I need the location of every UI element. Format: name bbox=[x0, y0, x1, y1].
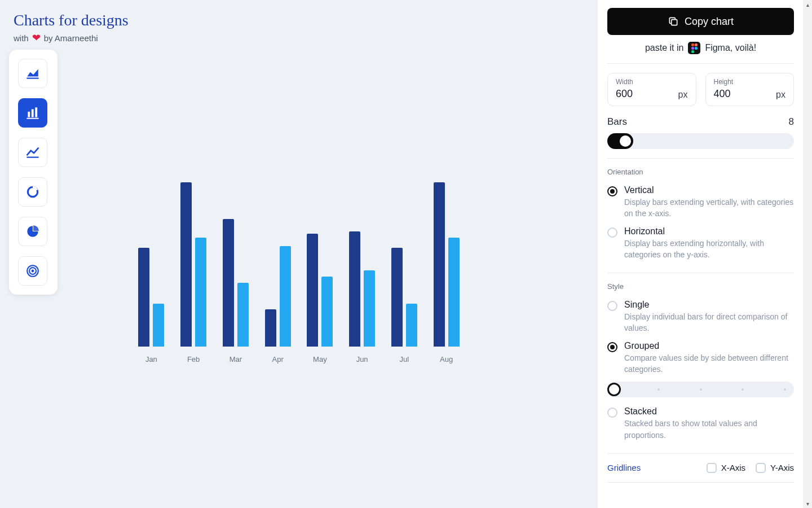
style-stacked-title: Stacked bbox=[624, 406, 794, 417]
height-input[interactable] bbox=[714, 88, 764, 100]
bar bbox=[280, 246, 291, 347]
bar bbox=[153, 304, 164, 347]
bar-group bbox=[135, 141, 167, 347]
bar-group bbox=[304, 141, 336, 347]
bar bbox=[223, 219, 234, 347]
x-axis-label: May bbox=[304, 355, 336, 364]
svg-rect-10 bbox=[672, 20, 677, 25]
page-title: Charts for designs bbox=[14, 11, 584, 29]
orientation-vertical-title: Vertical bbox=[624, 185, 794, 195]
height-field[interactable]: Height px bbox=[705, 73, 795, 106]
gridlines-x-checkbox[interactable]: X-Axis bbox=[707, 463, 745, 473]
bar-group bbox=[346, 141, 378, 347]
x-axis-label: Jul bbox=[389, 355, 421, 364]
groups-slider[interactable] bbox=[607, 382, 794, 397]
bar bbox=[237, 283, 249, 347]
svg-rect-1 bbox=[28, 112, 30, 117]
width-field[interactable]: Width px bbox=[607, 73, 696, 106]
radial-chart-type[interactable] bbox=[18, 256, 47, 286]
orientation-horizontal-radio[interactable] bbox=[607, 227, 617, 238]
bar bbox=[195, 238, 206, 347]
page-subtitle: with ❤ by Amarneethi bbox=[14, 33, 584, 43]
bar-group bbox=[389, 141, 421, 347]
copy-icon bbox=[668, 16, 679, 27]
scroll-down-icon[interactable]: ▾ bbox=[803, 499, 812, 508]
width-label: Width bbox=[616, 78, 688, 86]
orientation-vertical-radio[interactable] bbox=[607, 186, 617, 196]
style-grouped-radio[interactable] bbox=[607, 342, 617, 352]
svg-point-9 bbox=[32, 270, 34, 273]
radial-chart-icon bbox=[25, 264, 40, 278]
paste-prefix: paste it in bbox=[645, 43, 683, 53]
style-stacked-desc: Stacked bars to show total values and pr… bbox=[624, 418, 794, 441]
style-grouped-title: Grouped bbox=[624, 341, 794, 351]
bar-chart-type[interactable] bbox=[18, 98, 47, 128]
gridlines-x-label: X-Axis bbox=[721, 463, 745, 472]
bar bbox=[265, 309, 276, 347]
height-label: Height bbox=[714, 78, 786, 86]
paste-suffix: Figma, voilà! bbox=[705, 43, 756, 53]
style-stacked-radio[interactable] bbox=[607, 408, 617, 418]
orientation-vertical-desc: Display bars extending vertically, with … bbox=[624, 196, 794, 220]
x-axis-label: Jun bbox=[346, 355, 378, 364]
chart-canvas: JanFebMarAprMayJunJulAug bbox=[130, 141, 468, 367]
copy-chart-button[interactable]: Copy chart bbox=[607, 8, 794, 35]
gridlines-label: Gridlines bbox=[607, 463, 641, 472]
chart-type-rail bbox=[9, 50, 58, 295]
subtitle-prefix: with bbox=[14, 33, 29, 43]
area-chart-icon bbox=[25, 66, 40, 81]
orientation-section-label: Orientation bbox=[607, 168, 794, 176]
copy-chart-label: Copy chart bbox=[685, 16, 734, 28]
x-axis-label: Feb bbox=[178, 355, 210, 364]
bar bbox=[448, 238, 460, 347]
svg-rect-3 bbox=[35, 107, 37, 117]
window-scrollbar[interactable]: ▴ ▾ bbox=[803, 0, 812, 508]
bar-group bbox=[262, 141, 294, 347]
gridlines-y-checkbox[interactable]: Y-Axis bbox=[756, 463, 794, 473]
style-section-label: Style bbox=[607, 282, 794, 291]
width-input[interactable] bbox=[616, 88, 666, 100]
pie-chart-icon bbox=[25, 224, 40, 239]
figma-icon bbox=[688, 42, 700, 54]
bar bbox=[391, 248, 403, 347]
orientation-horizontal-desc: Display bars extending horizontally, wit… bbox=[624, 238, 794, 261]
style-single-radio[interactable] bbox=[607, 301, 617, 311]
scroll-up-icon[interactable]: ▴ bbox=[803, 0, 812, 9]
donut-chart-icon bbox=[25, 185, 40, 199]
bar-group bbox=[220, 141, 252, 347]
x-axis-label: Mar bbox=[220, 355, 252, 364]
controls-panel: Copy chart paste it in Figma, voilà! Wid… bbox=[598, 0, 803, 508]
pie-chart-type[interactable] bbox=[18, 217, 47, 246]
bar bbox=[321, 277, 333, 347]
bar-chart-icon bbox=[25, 106, 40, 120]
x-axis-label: Apr bbox=[262, 355, 294, 364]
bar bbox=[406, 304, 417, 347]
style-single-desc: Display individual bars for direct compa… bbox=[624, 311, 794, 334]
x-axis-label: Aug bbox=[430, 355, 462, 364]
width-unit: px bbox=[678, 90, 688, 100]
area-chart-type[interactable] bbox=[18, 59, 47, 88]
heart-icon: ❤ bbox=[32, 33, 41, 43]
paste-hint: paste it in Figma, voilà! bbox=[607, 42, 794, 54]
svg-rect-2 bbox=[32, 110, 34, 117]
style-single-title: Single bbox=[624, 300, 794, 310]
bar-group bbox=[430, 141, 462, 347]
style-grouped-desc: Compare values side by side between diff… bbox=[624, 352, 794, 375]
bars-label: Bars bbox=[607, 116, 627, 128]
bar bbox=[434, 182, 445, 347]
line-chart-icon bbox=[25, 145, 40, 160]
bars-slider[interactable] bbox=[607, 133, 794, 149]
bar bbox=[180, 182, 192, 347]
subtitle-author: by Amarneethi bbox=[44, 33, 98, 43]
bar bbox=[138, 248, 149, 347]
bar bbox=[364, 270, 375, 347]
bars-value: 8 bbox=[789, 116, 794, 128]
bar bbox=[349, 231, 360, 347]
donut-chart-type[interactable] bbox=[18, 177, 47, 207]
height-unit: px bbox=[776, 90, 785, 100]
x-axis-label: Jan bbox=[135, 355, 167, 364]
bar bbox=[307, 234, 318, 347]
bar-group bbox=[178, 141, 210, 347]
line-chart-type[interactable] bbox=[18, 138, 47, 167]
gridlines-y-label: Y-Axis bbox=[770, 463, 794, 472]
